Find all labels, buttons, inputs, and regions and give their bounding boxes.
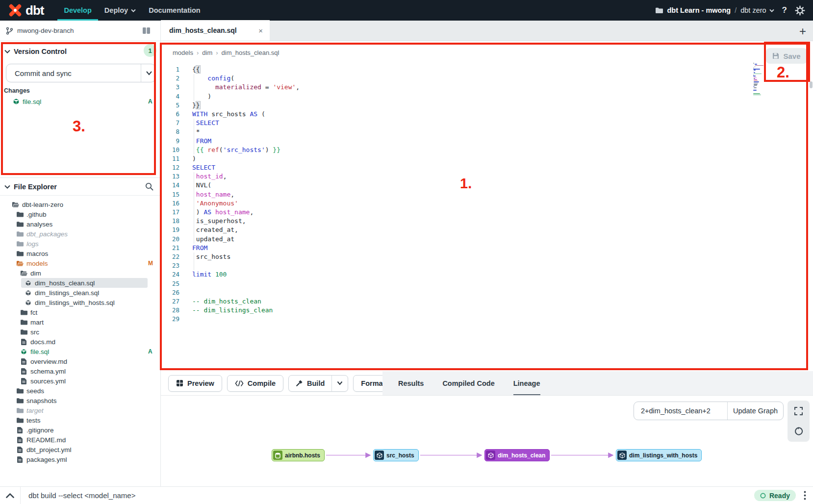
compile-button[interactable]: Compile xyxy=(227,375,283,392)
search-icon[interactable] xyxy=(145,182,153,191)
tree-item-seeds[interactable]: seeds xyxy=(0,386,160,396)
nav-documentation[interactable]: Documentation xyxy=(142,0,207,21)
new-tab-button[interactable]: + xyxy=(799,25,806,38)
git-branch-icon xyxy=(6,27,13,35)
tree-item-mart[interactable]: mart xyxy=(0,317,160,327)
build-options-dropdown[interactable] xyxy=(331,376,348,391)
code-text: created_at, xyxy=(192,226,238,234)
tree-item-models[interactable]: modelsM xyxy=(0,258,160,268)
minimap[interactable] xyxy=(753,63,765,97)
dbt-logo[interactable]: dbt xyxy=(7,2,44,19)
nav-develop[interactable]: Develop xyxy=(57,0,98,21)
code-text: limit 100 xyxy=(192,270,227,279)
minimap-line xyxy=(754,84,758,85)
tree-item-schema-yml[interactable]: schema.yml xyxy=(0,366,160,376)
tree-item-macros[interactable]: macros xyxy=(0,249,160,258)
model-cube-icon xyxy=(486,451,495,460)
tree-item-docs-md[interactable]: docs.md xyxy=(0,337,160,347)
line-number: 29 xyxy=(161,315,179,324)
tree-item-overview-md[interactable]: overview.md xyxy=(0,356,160,366)
tree-item-dim-listings-clean-sql[interactable]: dim_listings_clean.sql xyxy=(0,288,160,298)
lineage-node-dim-hosts-clean[interactable]: dim_hosts_clean xyxy=(484,449,550,461)
code-line: 14 NVL( xyxy=(161,181,749,190)
help-icon[interactable]: ? xyxy=(781,5,788,15)
breadcrumb-dim[interactable]: dim xyxy=(202,49,212,56)
build-button[interactable]: Build xyxy=(289,376,331,391)
breadcrumb-models[interactable]: models xyxy=(173,49,193,56)
action-bar: Preview Compile Build xyxy=(161,371,813,396)
tree-item-tests[interactable]: tests xyxy=(0,415,160,425)
version-control-title: Version Control xyxy=(14,48,67,55)
scrollbar-thumb[interactable] xyxy=(810,81,813,88)
line-number: 7 xyxy=(161,119,179,127)
save-button[interactable]: Save xyxy=(766,48,807,64)
chevron-up-icon[interactable] xyxy=(6,493,14,498)
doc-icon xyxy=(20,358,27,365)
lineage-node-dim-listings-with-hosts[interactable]: dim_listings_with_hosts xyxy=(616,449,702,461)
tab-results[interactable]: Results xyxy=(398,371,424,395)
node-label: src_hosts xyxy=(386,452,414,459)
code-text: SELECT xyxy=(192,163,215,172)
version-control-header[interactable]: Version Control xyxy=(0,44,161,59)
line-number: 20 xyxy=(161,235,179,244)
minimap-line xyxy=(754,87,757,88)
tree-item-packages-yml[interactable]: packages.yml xyxy=(0,454,160,464)
tree-item-dbt-project-yml[interactable]: dbt_project.yml xyxy=(0,445,160,454)
command-input[interactable]: dbt build --select <model_name> xyxy=(28,491,135,500)
folder-open-icon xyxy=(16,260,24,266)
tree-item--gitignore[interactable]: .gitignore xyxy=(0,425,160,435)
tree-item-dim-listings-with-hosts-sql[interactable]: dim_listings_with_hosts.sql xyxy=(0,298,160,307)
tree-item-logs[interactable]: logs xyxy=(0,239,160,249)
file-explorer-header[interactable]: File Explorer xyxy=(0,178,160,196)
tree-item-dbt-packages[interactable]: dbt_packages xyxy=(0,229,160,239)
tree-item-src[interactable]: src xyxy=(0,327,160,337)
tab-lineage[interactable]: Lineage xyxy=(513,371,540,395)
code-line: 1{{ xyxy=(161,65,749,74)
tree-item-label: models xyxy=(26,260,48,267)
changed-file-row[interactable]: file.sql A xyxy=(0,96,161,107)
lineage-graph[interactable]: airbnb.hostssrc_hostsdim_hosts_cleandim_… xyxy=(161,396,813,486)
code-line: 23 xyxy=(161,261,749,270)
lineage-node-src-hosts[interactable]: src_hosts xyxy=(373,449,419,461)
project-selector[interactable]: dbt Learn - mwong / dbt zero xyxy=(656,6,774,14)
code-editor[interactable]: models › dim › dim_hosts_clean.sql Save … xyxy=(161,41,813,371)
tree-item-fct[interactable]: fct xyxy=(0,307,160,317)
tree-item-target[interactable]: target xyxy=(0,405,160,415)
tree-item-sources-yml[interactable]: sources.yml xyxy=(0,376,160,386)
branch-name[interactable]: mwong-dev-branch xyxy=(17,27,74,34)
tree-item-snapshots[interactable]: snapshots xyxy=(0,396,160,405)
chevron-down-icon[interactable] xyxy=(146,70,152,76)
node-label: dim_listings_with_hosts xyxy=(629,452,697,459)
nav-deploy[interactable]: Deploy xyxy=(98,0,142,21)
chevron-right-icon: › xyxy=(216,49,218,56)
tree-item-dim[interactable]: dim xyxy=(0,268,160,278)
close-icon[interactable]: × xyxy=(258,26,263,35)
tree-item-dim-hosts-clean-sql[interactable]: dim_hosts_clean.sql xyxy=(21,278,148,288)
code-text: -- dim_hosts_clean xyxy=(192,297,261,306)
code-line: 7 SELECT xyxy=(161,119,749,127)
gear-icon[interactable] xyxy=(795,5,805,16)
code-text: * xyxy=(192,127,200,136)
book-icon[interactable] xyxy=(142,27,151,34)
code-text: host_id, xyxy=(192,172,227,181)
tree-item--github[interactable]: .github xyxy=(0,209,160,219)
kebab-menu-icon[interactable] xyxy=(804,491,806,500)
code-lines[interactable]: 1{{2 config(3 materialized = 'view',4 )5… xyxy=(161,65,749,324)
code-brackets-icon xyxy=(235,380,244,386)
commit-and-sync-button[interactable]: Commit and sync xyxy=(6,64,156,82)
tree-item-dbt-learn-zero[interactable]: dbt-learn-zero xyxy=(0,200,160,209)
tree-item-label: fct xyxy=(30,309,37,316)
minimap-line xyxy=(754,70,756,71)
tree-item-readme-md[interactable]: README.md xyxy=(0,435,160,445)
tab-dim-hosts-clean[interactable]: dim_hosts_clean.sql × xyxy=(161,20,270,41)
main-nav: Develop Deploy Documentation xyxy=(57,0,206,21)
tab-compiled-code[interactable]: Compiled Code xyxy=(442,371,494,395)
tree-item-file-sql[interactable]: file.sqlA xyxy=(0,347,160,356)
lineage-node-airbnb-hosts[interactable]: airbnb.hosts xyxy=(272,449,325,461)
breadcrumb-file[interactable]: dim_hosts_clean.sql xyxy=(222,49,279,56)
preview-button[interactable]: Preview xyxy=(168,375,222,392)
tree-item-analyses[interactable]: analyses xyxy=(0,219,160,229)
tree-item-label: dbt-learn-zero xyxy=(22,201,63,208)
code-line: 19 created_at, xyxy=(161,226,749,234)
environment-selector[interactable]: dbt zero xyxy=(740,6,774,14)
